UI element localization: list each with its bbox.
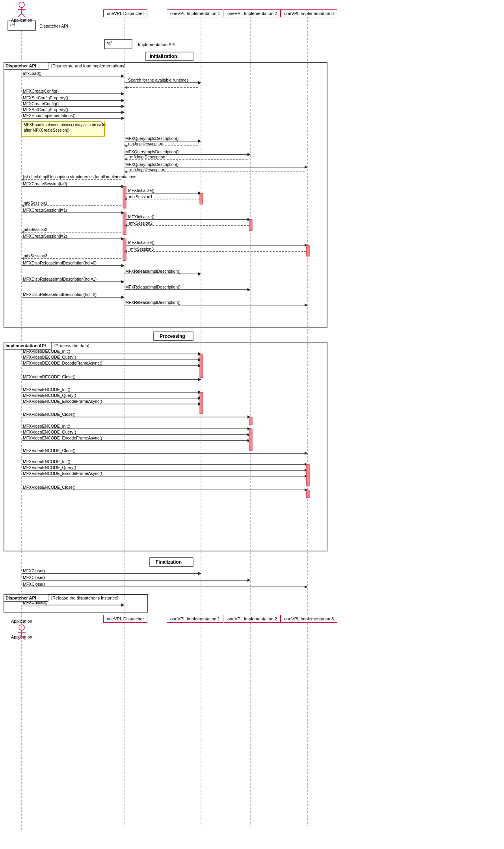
svg-marker-153 [198,402,201,406]
svg-rect-127 [154,332,193,341]
svg-marker-180 [305,475,308,478]
svg-marker-107 [21,257,24,260]
svg-text:mfxSession2: mfxSession2 [129,221,153,225]
svg-marker-170 [305,452,308,455]
svg-text:MFXVideoDECODE_DecodeFrameAsyn: MFXVideoDECODE_DecodeFrameAsync() [23,361,102,365]
svg-text:MFXUnload(): MFXUnload() [23,600,47,605]
svg-marker-140 [198,364,201,367]
svg-marker-119 [247,288,251,291]
svg-marker-134 [198,352,201,356]
dispatcher-box-bottom: oneVPL Dispatcher [103,615,147,623]
svg-marker-93 [21,231,24,234]
svg-text:MFXVideoENCODE_EncodeFrameAsyn: MFXVideoENCODE_EncodeFrameAsync() [23,436,102,440]
svg-text:MFXVideoENCODE_Close(): MFXVideoENCODE_Close() [23,448,75,453]
actor-dispatcher-top: oneVPL Dispatcher [103,9,147,17]
actor-impl2-top: oneVPL Implementation 2 [224,9,281,17]
svg-marker-86 [247,218,251,221]
svg-text:after MFXCreateSession().: after MFXCreateSession(). [24,128,71,132]
svg-marker-56 [124,158,127,161]
svg-text:Finalization: Finalization [156,559,182,565]
svg-text:MFXVideoDECODE_Query(): MFXVideoDECODE_Query() [23,355,76,359]
svg-text:MFXVideoENCODE_EncodeFrameAsyn: MFXVideoENCODE_EncodeFrameAsync() [23,399,102,404]
svg-text:Implementation API: Implementation API [138,42,175,47]
svg-text:Dispatcher API: Dispatcher API [6,596,36,600]
svg-marker-122 [121,296,125,299]
svg-marker-47 [198,140,201,143]
svg-marker-79 [21,204,24,207]
svg-rect-172 [249,417,252,425]
svg-text:Search for the available runti: Search for the available runtimes [128,78,189,82]
svg-marker-21 [198,81,201,84]
svg-marker-18 [121,74,125,78]
svg-text:mfxSession1: mfxSession1 [129,194,153,199]
svg-marker-104 [124,250,127,253]
application-figure-top [16,2,28,17]
svg-rect-102 [306,245,309,256]
svg-text:mfxImplDescription: mfxImplDescription [130,155,165,159]
svg-marker-203 [121,603,125,607]
svg-text:mfxSession3: mfxSession3 [24,253,47,258]
svg-marker-50 [124,144,127,147]
actor-dispatcher-bottom: oneVPL Dispatcher [103,615,147,623]
svg-text:MFXInitialize(): MFXInitialize() [128,188,154,193]
actor-impl3-bottom: oneVPL Implementation 3 [281,615,337,623]
svg-marker-110 [121,264,125,267]
svg-text:Dispatcher API: Dispatcher API [39,24,68,28]
svg-text:MFXVideoDECODE_Init(): MFXVideoDECODE_Init() [23,349,71,354]
svg-text:MFXVideoENCODE_EncodeFrameAsyn: MFXVideoENCODE_EncodeFrameAsync() [23,471,102,476]
svg-marker-35 [121,111,125,114]
svg-text:Implementation API: Implementation API [6,343,46,348]
svg-marker-190 [198,572,201,575]
svg-text:MFXCreateConfig(): MFXCreateConfig() [23,89,59,93]
svg-text:MFXDispReleaseImplDescription(: MFXDispReleaseImplDescription(hdl=0) [23,261,97,265]
svg-marker-174 [305,463,308,466]
svg-marker-62 [124,170,127,173]
svg-text:[Release the dispatcher's inst: [Release the dispatcher's instance] [51,596,118,600]
svg-marker-76 [124,197,127,201]
svg-rect-40 [22,121,104,136]
diagram-container: ref Dispatcher API ref Implementation AP… [0,0,504,849]
svg-line-214 [18,636,22,640]
svg-marker-160 [247,427,251,430]
svg-rect-13 [4,62,327,327]
svg-line-41 [100,121,104,125]
actor-impl2-bottom: oneVPL Implementation 2 [224,615,281,623]
svg-rect-168 [249,429,252,451]
svg-rect-98 [123,239,126,261]
svg-text:mfxImplDescription: mfxImplDescription [128,141,163,146]
svg-text:MFXClose(): MFXClose() [23,568,45,573]
svg-text:MFXVideoDECODE_Close(): MFXVideoDECODE_Close() [23,374,75,379]
svg-text:[Process the data]: [Process the data] [54,343,89,348]
svg-text:MFXCreateSession(i=1): MFXCreateSession(i=1) [23,208,67,212]
svg-text:MFXEnumImplementations(): MFXEnumImplementations() [23,113,76,118]
actor-application-top: Application [11,2,32,22]
svg-marker-196 [305,585,308,588]
svg-text:MFXVideoENCODE_Query(): MFXVideoENCODE_Query() [23,393,76,398]
svg-text:MFXDispReleaseImplDescription(: MFXDispReleaseImplDescription(hdl=2) [23,292,97,297]
impl2-box-bottom: oneVPL Implementation 2 [224,615,281,623]
application-figure-bottom [16,624,28,640]
svg-text:MFXCreateConfig(): MFXCreateConfig() [23,101,59,106]
svg-text:MFXClose(): MFXClose() [23,575,45,580]
svg-text:mfxLoad(): mfxLoad() [23,71,41,76]
svg-rect-130 [4,342,51,349]
impl3-box-top: oneVPL Implementation 3 [281,9,337,17]
svg-text:MFXInitialize(): MFXInitialize() [128,214,154,219]
svg-line-215 [22,636,26,640]
svg-point-206 [19,2,24,7]
svg-text:MFXCreateSession(i=2): MFXCreateSession(i=2) [23,234,67,238]
svg-marker-113 [198,272,201,276]
svg-marker-125 [305,303,308,307]
svg-rect-182 [306,464,309,486]
svg-text:MFXReleaseImplDescription(): MFXReleaseImplDescription() [125,285,180,289]
svg-text:MFXQueryImplsDescription(): MFXQueryImplsDescription() [125,136,179,141]
svg-text:mfxSession3: mfxSession3 [130,247,154,251]
svg-marker-166 [247,439,251,442]
svg-text:MFXVideoENCODE_Init(): MFXVideoENCODE_Init() [23,459,71,464]
svg-marker-90 [124,224,127,227]
svg-text:MFXQueryImplsDescription(): MFXQueryImplsDescription() [125,149,179,154]
svg-text:mfxImplDescription: mfxImplDescription [130,167,165,172]
svg-text:MFXSetConfigProperty(): MFXSetConfigProperty() [23,107,68,112]
svg-text:MFXQueryImplsDescription(): MFXQueryImplsDescription() [125,162,179,167]
svg-text:MFXVideoENCODE_Init(): MFXVideoENCODE_Init() [23,424,71,428]
